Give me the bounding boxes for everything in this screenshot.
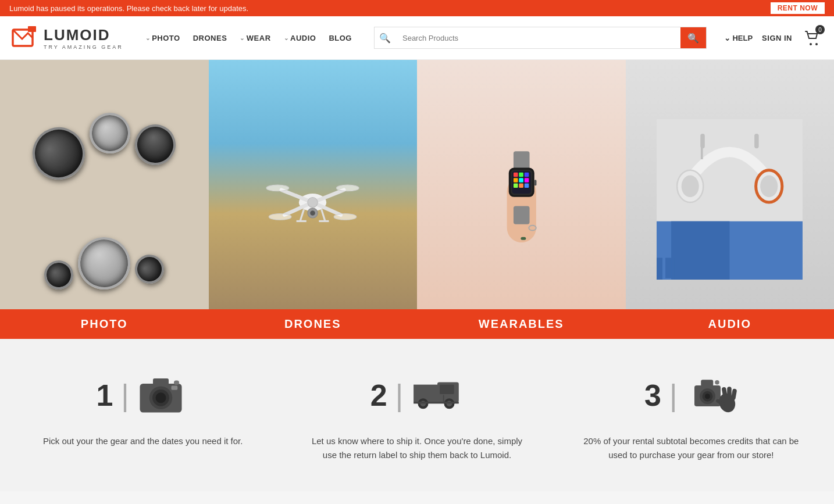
svg-point-12 <box>269 214 291 220</box>
search-bar: 🔍 🔍 <box>374 27 707 49</box>
cart-button[interactable]: 0 <box>801 27 822 48</box>
nav-wear[interactable]: ⌄ WEAR <box>235 30 275 46</box>
svg-point-66 <box>447 401 452 406</box>
svg-point-19 <box>310 210 315 216</box>
step-2-divider: | <box>395 378 404 413</box>
step-2-icon-row: 2 | <box>370 368 464 423</box>
svg-rect-30 <box>513 178 518 183</box>
camera-icon <box>137 368 190 423</box>
search-icon: 🔍 <box>375 33 395 44</box>
nav-blog[interactable]: BLOG <box>324 30 357 46</box>
svg-rect-32 <box>524 178 529 183</box>
svg-rect-22 <box>513 151 529 169</box>
svg-rect-28 <box>519 173 523 177</box>
nav-audio[interactable]: ⌄ AUDIO <box>279 30 321 46</box>
chevron-icon: ⌄ <box>240 35 245 41</box>
rent-now-button[interactable]: RENT NOW <box>771 2 825 14</box>
svg-rect-35 <box>524 183 529 188</box>
logo[interactable]: LUMOID TRY AMAZING GEAR <box>12 25 123 51</box>
step-3-divider: | <box>669 378 678 413</box>
camera-purchase-icon <box>686 368 738 423</box>
svg-rect-31 <box>519 178 523 183</box>
svg-rect-78 <box>730 388 737 401</box>
search-input[interactable] <box>395 27 680 48</box>
svg-rect-52 <box>674 258 680 280</box>
svg-rect-36 <box>534 180 536 185</box>
svg-rect-34 <box>519 183 523 188</box>
svg-rect-51 <box>665 258 671 278</box>
step-3: 3 | <box>560 362 822 468</box>
svg-rect-68 <box>414 402 459 403</box>
step-2: 2 | <box>286 362 548 468</box>
svg-point-11 <box>337 185 359 191</box>
step-1-text: Pick out your the gear and the dates you… <box>43 434 243 448</box>
photo-label: PHOTO <box>0 309 209 339</box>
svg-point-43 <box>682 176 699 198</box>
help-menu[interactable]: ⌄ HELP <box>724 34 753 42</box>
svg-point-45 <box>760 176 778 198</box>
logo-name: LUMOID <box>44 26 123 44</box>
svg-point-64 <box>420 401 426 406</box>
logo-tagline: TRY AMAZING GEAR <box>44 44 123 50</box>
svg-rect-33 <box>513 183 518 188</box>
chevron-icon: ⌄ <box>145 35 151 41</box>
truck-icon <box>411 368 464 423</box>
drones-background <box>209 60 418 339</box>
category-grid: PHOTO <box>0 60 834 339</box>
nav-photo[interactable]: ⌄ PHOTO <box>141 30 185 46</box>
step-3-number: 3 <box>644 378 661 413</box>
logo-text: LUMOID TRY AMAZING GEAR <box>44 26 123 50</box>
drones-label: DRONES <box>209 309 418 339</box>
svg-rect-70 <box>701 380 713 386</box>
wearables-label: WEARABLES <box>417 309 626 339</box>
signin-button[interactable]: SIGN IN <box>762 34 792 42</box>
category-drones[interactable]: DRONES <box>209 60 418 339</box>
drone-illustration <box>250 143 375 256</box>
svg-point-3 <box>810 43 812 45</box>
search-button[interactable]: 🔍 <box>680 27 706 48</box>
svg-point-13 <box>334 214 357 220</box>
logo-icon <box>12 25 38 51</box>
chevron-icon: ⌄ <box>284 35 289 41</box>
wearables-background <box>417 60 626 339</box>
step-1-divider: | <box>121 378 129 413</box>
svg-rect-61 <box>414 385 440 402</box>
svg-rect-29 <box>524 173 529 177</box>
nav-drones[interactable]: DRONES <box>188 30 232 46</box>
step-3-text: 20% of your rental subtotal becomes cred… <box>583 434 799 462</box>
svg-rect-49 <box>671 221 729 280</box>
svg-rect-23 <box>513 206 529 224</box>
svg-rect-27 <box>513 173 518 177</box>
audio-label: AUDIO <box>626 309 835 339</box>
step-1: 1 | Pick out your the <box>12 362 274 468</box>
cart-count: 0 <box>815 25 825 34</box>
step-2-number: 2 <box>370 378 387 413</box>
step-3-icon-row: 3 | <box>644 368 737 423</box>
svg-rect-77 <box>727 387 732 400</box>
svg-rect-2 <box>28 26 36 32</box>
svg-point-20 <box>308 198 318 208</box>
svg-point-4 <box>815 43 818 45</box>
chevron-icon: ⌄ <box>724 34 730 42</box>
audio-background <box>626 60 835 339</box>
category-photo[interactable]: PHOTO <box>0 60 209 339</box>
svg-line-15 <box>322 209 325 221</box>
svg-rect-59 <box>174 381 179 385</box>
how-it-works-section: 1 | Pick out your the <box>0 339 834 491</box>
svg-rect-50 <box>657 258 662 280</box>
category-audio[interactable]: AUDIO <box>626 60 835 339</box>
svg-line-14 <box>300 209 304 221</box>
header-right: ⌄ HELP SIGN IN 0 <box>724 27 822 48</box>
svg-rect-57 <box>153 378 169 385</box>
step-2-text: Let us know where to ship it. Once you'r… <box>309 434 525 462</box>
search-submit-icon: 🔍 <box>687 33 699 44</box>
category-wearables[interactable]: WEARABLES <box>417 60 626 339</box>
svg-rect-62 <box>440 385 454 394</box>
svg-point-10 <box>266 185 289 191</box>
announcement-banner: Lumoid has paused its operations. Please… <box>0 0 834 16</box>
audio-illustration <box>657 119 803 280</box>
svg-point-74 <box>715 380 719 385</box>
svg-rect-38 <box>521 237 526 240</box>
main-nav: ⌄ PHOTO DRONES ⌄ WEAR ⌄ AUDIO BLOG <box>141 30 357 46</box>
svg-point-73 <box>705 394 710 399</box>
